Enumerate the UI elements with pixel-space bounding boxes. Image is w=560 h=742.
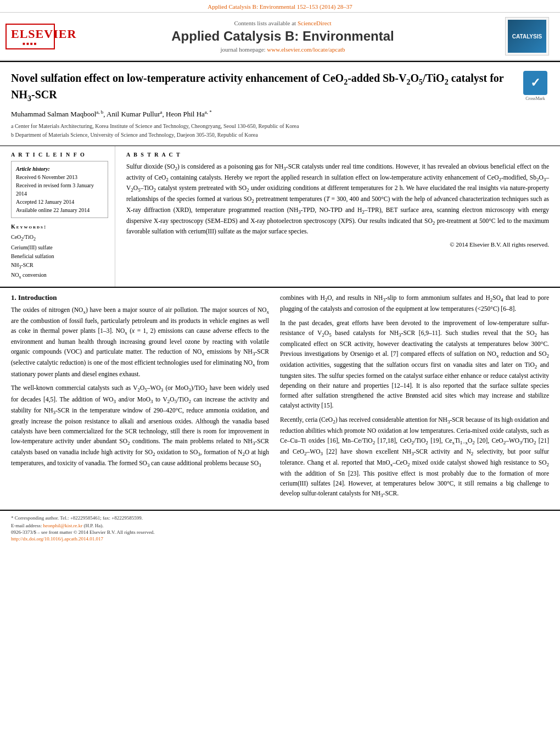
sciencedirect-link[interactable]: ScienceDirect bbox=[298, 20, 332, 26]
right-paragraph-2: In the past decades, great efforts have … bbox=[280, 319, 549, 411]
email-line: E-mail address: heonphil@kist.re.kr (H.P… bbox=[11, 523, 549, 528]
doi-link[interactable]: http://dx.doi.org/10.1016/j.apcatb.2014.… bbox=[11, 536, 103, 542]
homepage-link[interactable]: www.elsevier.com/locate/apcatb bbox=[267, 46, 345, 53]
affiliation-b: b Department of Materials Science, Unive… bbox=[11, 131, 511, 139]
right-column: combines with H2O, and results in NH3-sl… bbox=[280, 293, 549, 504]
header-area: ELSEVIER ■■■■ Contents lists available a… bbox=[0, 13, 560, 61]
history-label: Article history: bbox=[16, 165, 103, 173]
article-title: Novel sulfation effect on low-temperatur… bbox=[11, 71, 511, 104]
catalysis-logo-image: CATALYSIS bbox=[508, 20, 546, 53]
keyword-1: CeO2/TiO2 bbox=[11, 233, 108, 243]
header-center: Contents lists available at ScienceDirec… bbox=[66, 20, 500, 53]
footnote-star: * Corresponding author. Tel.: +822295854… bbox=[11, 515, 549, 521]
email-person: (H.P. Ha). bbox=[84, 523, 104, 528]
abstract-title: A B S T R A C T bbox=[126, 152, 549, 158]
right-paragraph-1: combines with H2O, and results in NH3-sl… bbox=[280, 293, 549, 314]
issn-line: 0926-3373/$ – see front matter © 2014 El… bbox=[11, 529, 549, 535]
journal-bar: Applied Catalysis B: Environmental 152–1… bbox=[0, 0, 560, 13]
article-body: A R T I C L E I N F O Article history: R… bbox=[0, 146, 560, 287]
journal-citation-link[interactable]: Applied Catalysis B: Environmental 152–1… bbox=[208, 3, 352, 10]
elsevier-sub: ■■■■ bbox=[11, 41, 49, 46]
affiliations: a Center for Materials Architecturing, K… bbox=[11, 122, 511, 139]
elsevier-text: ELSEVIER bbox=[11, 27, 49, 41]
main-content: 1. Introduction The oxides of nitrogen (… bbox=[0, 288, 560, 510]
copyright-line: © 2014 Elsevier B.V. All rights reserved… bbox=[126, 241, 549, 248]
keyword-3: Beneficial sulfation bbox=[11, 252, 108, 261]
journal-homepage: journal homepage: www.elsevier.com/locat… bbox=[66, 46, 500, 53]
email-link[interactable]: heonphil@kist.re.kr bbox=[43, 523, 82, 528]
elsevier-logo: ELSEVIER ■■■■ bbox=[5, 24, 55, 49]
authors: Muhammad Salman Maqboola, b, Anil Kumar … bbox=[11, 109, 511, 119]
doi-line: http://dx.doi.org/10.1016/j.apcatb.2014.… bbox=[11, 536, 549, 542]
keyword-5: NOx conversion bbox=[11, 271, 108, 281]
affiliation-a: a Center for Materials Architecturing, K… bbox=[11, 122, 511, 130]
crossmark-label: CrossMark bbox=[525, 96, 545, 101]
available-date: Available online 22 January 2014 bbox=[16, 206, 103, 214]
intro-paragraph-2: The well-known commercial catalysts such… bbox=[11, 383, 269, 470]
catalysis-logo: CATALYSIS bbox=[505, 17, 549, 55]
article-info-panel: A R T I C L E I N F O Article history: R… bbox=[11, 146, 115, 287]
keywords-label: Keywords: bbox=[11, 224, 108, 230]
received-date: Received 6 November 2013 bbox=[16, 173, 103, 181]
keywords-list: CeO2/TiO2 Cerium(III) sulfate Beneficial… bbox=[11, 233, 108, 281]
abstract-text: Sulfur dioxide (SO2) is considered as a … bbox=[126, 162, 549, 237]
keywords-section: Keywords: CeO2/TiO2 Cerium(III) sulfate … bbox=[11, 224, 108, 281]
intro-paragraph-1: The oxides of nitrogen (NOx) have been a… bbox=[11, 305, 269, 379]
article-info-title: A R T I C L E I N F O bbox=[11, 152, 108, 158]
abstract-section: A B S T R A C T Sulfur dioxide (SO2) is … bbox=[126, 146, 549, 287]
crossmark-box: ✓ CrossMark bbox=[522, 71, 549, 101]
intro-heading: 1. Introduction bbox=[11, 293, 269, 302]
article-history-box: Article history: Received 6 November 201… bbox=[11, 161, 108, 218]
crossmark-icon: ✓ bbox=[523, 71, 547, 95]
footer: * Corresponding author. Tel.: +822295854… bbox=[0, 510, 560, 547]
journal-title: Applied Catalysis B: Environmental bbox=[66, 29, 500, 44]
article-header: Novel sulfation effect on low-temperatur… bbox=[0, 62, 560, 146]
left-column: 1. Introduction The oxides of nitrogen (… bbox=[11, 293, 269, 504]
right-paragraph-3: Recently, ceria (CeO2) has received cons… bbox=[280, 415, 549, 500]
keyword-4: NH3-SCR bbox=[11, 261, 108, 271]
keyword-2: Cerium(III) sulfate bbox=[11, 243, 108, 252]
accepted-date: Accepted 12 January 2014 bbox=[16, 198, 103, 206]
article-title-section: Novel sulfation effect on low-temperatur… bbox=[11, 71, 511, 140]
revised-date: Received in revised form 3 January 2014 bbox=[16, 181, 103, 198]
contents-available: Contents lists available at ScienceDirec… bbox=[66, 20, 500, 26]
